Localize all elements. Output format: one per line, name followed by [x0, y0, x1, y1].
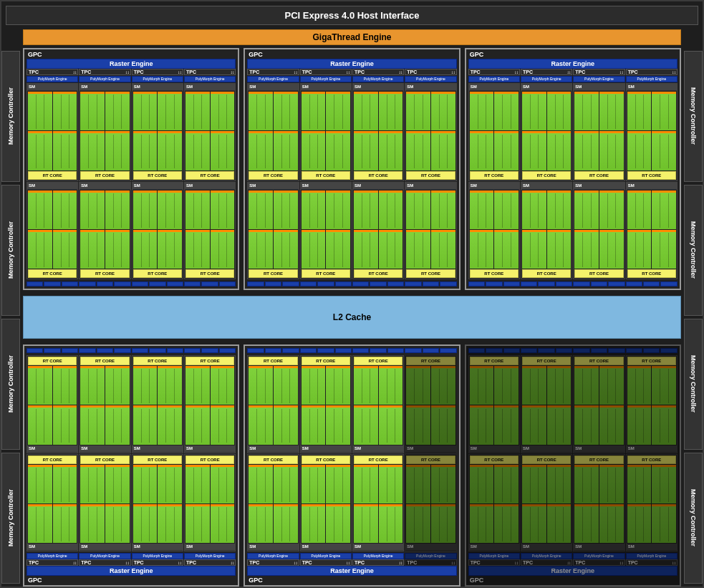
sm-body: RT CORE — [353, 356, 403, 445]
rt-core: RT CORE — [522, 357, 571, 365]
cuda-core-block — [354, 191, 378, 229]
bluebar-segment — [660, 348, 677, 353]
tpc-header-row: PolyMorph EngineTPC↕ ↕PolyMorph EngineTP… — [247, 552, 456, 566]
cuda-core-block — [80, 191, 105, 229]
cuda-core-block — [211, 465, 235, 503]
tpc: PolyMorph EngineTPC↕ ↕ — [521, 552, 572, 566]
bluebar-segment — [265, 348, 281, 353]
arrows-icon: ↕ ↕ — [294, 561, 297, 565]
tpc: TPC↕ ↕PolyMorph Engine — [521, 69, 572, 82]
tpc-label: TPC↕ ↕ — [626, 559, 678, 566]
memory-controllers-right: Memory ControllerMemory ControllerMemory… — [684, 48, 703, 587]
sm-row: SMRT CORESMRT CORESMRT CORESMRT CORE — [26, 182, 236, 280]
polymorph-engine: PolyMorph Engine — [79, 76, 130, 82]
tpc: TPC↕ ↕PolyMorph Engine — [184, 69, 236, 82]
tpc: PolyMorph EngineTPC↕ ↕ — [405, 552, 456, 566]
bluebar-segment — [167, 281, 183, 286]
rt-core: RT CORE — [470, 357, 519, 365]
arrows-icon: ↕ ↕ — [451, 561, 455, 565]
bluebar-segment — [62, 281, 78, 286]
rt-core: RT CORE — [133, 456, 182, 464]
sm-label: SM — [132, 183, 183, 190]
cuda-core-block — [158, 405, 182, 444]
cuda-core-block — [354, 504, 378, 543]
cuda-core-block — [326, 131, 350, 170]
sm-row: SMRT CORESMRT CORESMRT CORESMRT CORE — [468, 182, 678, 280]
core-row — [574, 405, 623, 444]
cuda-core-block — [547, 366, 572, 405]
sm-label: SM — [405, 183, 455, 190]
cuda-core-block — [53, 131, 77, 170]
sm-body: RT CORE — [79, 91, 130, 180]
cuda-core-block — [326, 92, 350, 130]
rt-core: RT CORE — [627, 269, 676, 278]
rt-core: RT CORE — [80, 357, 129, 365]
cuda-core-block — [28, 92, 52, 130]
cuda-core-block — [28, 504, 52, 543]
cuda-core-block — [431, 465, 455, 503]
cuda-core-block — [302, 465, 326, 503]
cuda-core-block — [599, 405, 624, 444]
sm-label: SM — [469, 445, 519, 453]
cuda-core-block — [185, 92, 210, 130]
polymorph-engine: PolyMorph Engine — [26, 553, 78, 559]
sm-body: RT CORE — [185, 356, 235, 445]
register-file-bar — [26, 348, 236, 353]
register-file-bar — [247, 348, 456, 353]
core-row — [522, 504, 571, 543]
bluebar-segment — [591, 281, 607, 286]
sm-label: SM — [627, 445, 677, 453]
cuda-core-block — [379, 504, 403, 543]
bluebar-segment — [300, 348, 317, 353]
cuda-core-block — [211, 405, 235, 444]
sm-grid: SMRT CORESMRT CORESMRT CORESMRT CORESMRT… — [26, 355, 236, 551]
tpc-label: TPC↕ ↕ — [352, 559, 404, 566]
cuda-core-block — [302, 131, 326, 170]
sm-row: SMRT CORESMRT CORESMRT CORESMRT CORE — [468, 454, 678, 552]
core-row — [470, 405, 519, 444]
sm-label: SM — [353, 183, 403, 190]
polymorph-engine: PolyMorph Engine — [405, 76, 456, 82]
gpc-row-bottom: GPCRaster EnginePolyMorph EngineTPC↕ ↕Po… — [23, 344, 681, 587]
cuda-core-block — [470, 504, 494, 543]
sm-body: RT CORE — [469, 356, 519, 445]
raster-engine: Raster Engine — [247, 59, 456, 69]
arrows-icon: ↕ ↕ — [619, 561, 623, 565]
sm-label: SM — [301, 445, 351, 453]
tpc: TPC↕ ↕PolyMorph Engine — [300, 69, 352, 82]
core-row — [80, 230, 129, 269]
sm-body: RT CORE — [248, 356, 298, 445]
cuda-core-block — [406, 465, 430, 503]
memory-controller: Memory Controller — [1, 185, 20, 316]
rt-core: RT CORE — [574, 269, 623, 278]
bluebar-segment — [503, 348, 520, 353]
cuda-core-block — [522, 366, 546, 405]
core-row — [470, 366, 519, 405]
rt-core: RT CORE — [574, 357, 623, 365]
gpc: GPCRaster EnginePolyMorph EngineTPC↕ ↕Po… — [243, 344, 460, 587]
core-row — [249, 504, 297, 543]
bluebar-segment — [468, 348, 485, 353]
core-row — [80, 131, 129, 170]
core-row — [470, 230, 519, 269]
bluebar-segment — [282, 348, 299, 353]
tpc-label: TPC↕ ↕ — [405, 559, 456, 566]
tpc-header-row: PolyMorph EngineTPC↕ ↕PolyMorph EngineTP… — [468, 552, 678, 566]
polymorph-engine: PolyMorph Engine — [247, 76, 299, 82]
tpc-label: TPC↕ ↕ — [184, 559, 236, 566]
sm-block: SMRT CORE — [247, 355, 299, 453]
core-row — [28, 504, 77, 543]
cuda-core-block — [652, 131, 676, 170]
center-area: GPCRaster EngineTPC↕ ↕PolyMorph EngineTP… — [20, 48, 684, 587]
bluebar-segment — [149, 348, 165, 353]
core-row — [574, 92, 623, 130]
cuda-core-block — [379, 92, 403, 130]
cuda-core-block — [599, 366, 624, 405]
sm-label: SM — [248, 84, 298, 91]
cuda-core-block — [574, 191, 599, 229]
bluebar-segment — [44, 348, 60, 353]
cuda-core-block — [185, 465, 210, 503]
rt-core: RT CORE — [406, 357, 455, 365]
bluebar-segment — [521, 281, 537, 286]
cuda-core-block — [249, 191, 273, 229]
